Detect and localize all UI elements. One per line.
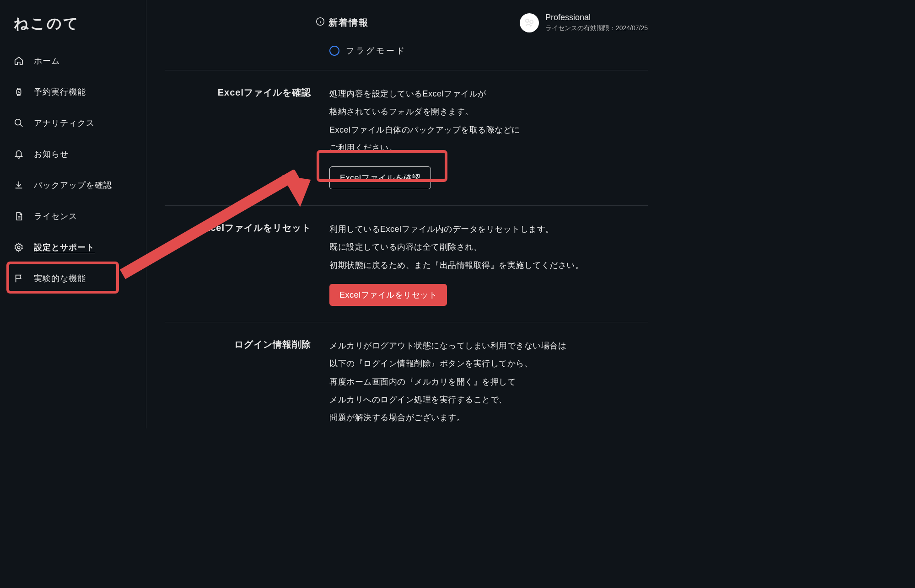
desc: 以下の『ログイン情報削除』ボタンを実行してから、 [329, 356, 648, 371]
section-login-delete: ログイン情報削除 メルカリがログアウト状態になってしまい利用できない場合は 以下… [165, 322, 648, 428]
flag-mode-row: フラグモード [165, 45, 648, 70]
avatar [520, 13, 539, 32]
desc: ご利用ください。 [329, 140, 648, 155]
sidebar-item-label: 実験的な機能 [34, 273, 86, 284]
section-title: Excelファイルをリセット [165, 222, 329, 306]
section-excel-confirm: Excelファイルを確認 処理内容を設定しているExcelファイルが 格納されて… [165, 70, 648, 206]
section-title: ログイン情報削除 [165, 338, 329, 428]
sidebar-item-license[interactable]: ライセンス [0, 201, 146, 232]
download-icon [14, 180, 24, 190]
sidebar-item-analytics[interactable]: アナリティクス [0, 107, 146, 139]
excel-confirm-button[interactable]: Excelファイルを確認 [329, 166, 431, 189]
sidebar-item-home[interactable]: ホーム [0, 45, 146, 76]
sidebar-item-experimental[interactable]: 実験的な機能 [0, 263, 146, 294]
news-link[interactable]: 新着情報 [165, 16, 520, 29]
app-logo: ねこのて [0, 14, 146, 45]
sidebar-item-notifications[interactable]: お知らせ [0, 139, 146, 170]
sidebar-item-label: ホーム [34, 55, 60, 66]
flag-icon [14, 273, 24, 283]
document-icon [14, 211, 24, 221]
sidebar-item-label: 予約実行機能 [34, 86, 86, 97]
desc: 利用しているExcelファイル内のデータをリセットします。 [329, 222, 648, 237]
license-expiry: ライセンスの有効期限：2024/07/25 [545, 24, 648, 32]
excel-reset-button[interactable]: Excelファイルをリセット [329, 284, 447, 306]
desc: 処理内容を設定しているExcelファイルが [329, 86, 648, 102]
sidebar-item-settings[interactable]: 設定とサポート [0, 232, 146, 263]
sidebar: ねこのて ホーム 予約実行機能 アナリティクス お知らせ [0, 0, 146, 428]
desc: 再度ホーム画面内の『メルカリを開く』を押して [329, 374, 648, 390]
search-icon [14, 118, 24, 128]
svg-point-4 [526, 19, 529, 22]
news-label: 新着情報 [328, 16, 369, 29]
sidebar-item-backup[interactable]: バックアップを確認 [0, 170, 146, 201]
watch-icon [14, 87, 24, 97]
sidebar-item-label: お知らせ [34, 149, 69, 160]
svg-point-1 [15, 119, 21, 125]
desc: Excelファイル自体のバックアップを取る際などに [329, 123, 648, 138]
sidebar-item-schedule[interactable]: 予約実行機能 [0, 76, 146, 107]
main: 新着情報 Professional ライセンスの有効期限：2024/07/25 … [146, 0, 666, 428]
desc: 既に設定している内容は全て削除され、 [329, 240, 648, 255]
desc: メルカリがログアウト状態になってしまい利用できない場合は [329, 338, 648, 353]
plan-name: Professional [545, 13, 648, 22]
svg-point-5 [530, 20, 533, 23]
desc: メルカリへのログイン処理を実行することで、 [329, 392, 648, 407]
desc: 初期状態に戻るため、また『出品情報取得』を実施してください。 [329, 258, 648, 273]
sidebar-item-label: バックアップを確認 [34, 180, 112, 191]
home-icon [14, 56, 24, 66]
flag-mode-label: フラグモード [346, 45, 406, 56]
topbar: 新着情報 Professional ライセンスの有効期限：2024/07/25 [146, 0, 666, 45]
section-title: Excelファイルを確認 [165, 86, 329, 189]
bell-icon [14, 149, 24, 159]
section-excel-reset: Excelファイルをリセット 利用しているExcelファイル内のデータをリセット… [165, 206, 648, 322]
account-area[interactable]: Professional ライセンスの有効期限：2024/07/25 [520, 13, 648, 32]
desc: 問題が解決する場合がございます。 [329, 410, 648, 425]
gear-icon [14, 242, 24, 252]
sidebar-item-label: ライセンス [34, 211, 77, 222]
flag-mode-radio[interactable] [329, 46, 339, 56]
sidebar-item-label: アナリティクス [34, 118, 95, 128]
svg-point-2 [17, 246, 20, 249]
sidebar-item-label: 設定とサポート [34, 242, 95, 253]
info-icon [316, 17, 325, 28]
content: フラグモード Excelファイルを確認 処理内容を設定しているExcelファイル… [146, 45, 666, 428]
desc: 格納されているフォルダを開きます。 [329, 104, 648, 119]
